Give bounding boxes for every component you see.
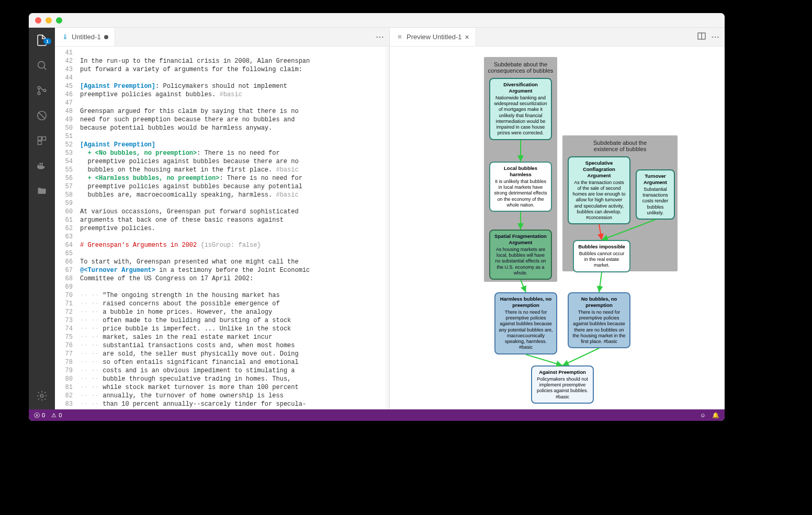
docker-icon[interactable] <box>35 158 49 173</box>
node-body: Substantial transactions costs render bu… <box>640 187 671 216</box>
svg-line-24 <box>562 348 599 365</box>
svg-rect-11 <box>41 165 43 166</box>
node-body: Nationwide banking and widespread securi… <box>493 95 548 136</box>
svg-point-4 <box>43 89 46 92</box>
node-title: Spatial Fragmentation Argument <box>493 233 548 246</box>
node-title: Speculative Conflagration Argument <box>572 160 626 179</box>
close-tab-icon[interactable]: × <box>465 33 469 41</box>
svg-point-2 <box>38 86 40 89</box>
svg-point-14 <box>40 394 43 397</box>
folder-icon[interactable] <box>35 184 49 198</box>
source-control-icon[interactable] <box>35 83 49 98</box>
dirty-indicator-icon <box>104 35 108 39</box>
diagram-node[interactable]: Bubbles impossibleBubbles cannot occur i… <box>573 240 630 272</box>
diagram-node[interactable]: Diversification ArgumentNationwide banki… <box>489 78 552 140</box>
svg-rect-13 <box>41 163 43 165</box>
tab-preview[interactable]: ≡ Preview Untitled-1 × <box>390 28 476 46</box>
svg-line-22 <box>599 272 602 292</box>
diagram-node[interactable]: Harmless bubbles, no preemptionThere is … <box>494 292 557 354</box>
svg-line-23 <box>526 354 562 365</box>
node-body: There is no need for preemptive policies… <box>499 310 553 351</box>
warning-icon: ⚠ <box>51 412 57 419</box>
warning-count: 0 <box>59 412 62 418</box>
node-title: Diversification Argument <box>493 82 548 94</box>
more-actions-icon[interactable]: ⋯ <box>376 32 384 42</box>
diagram-node[interactable]: Speculative Conflagration ArgumentAs the… <box>568 156 630 224</box>
code-content[interactable]: In the run-up to the financial crisis in… <box>78 47 389 409</box>
code-editor[interactable]: 4142434445464748495051525354555657585960… <box>55 47 389 409</box>
editor-group-left: ⇓ Untitled-1 ⋯ 4142434445464748495051525… <box>55 28 390 409</box>
tab-label: Preview Untitled-1 <box>407 33 462 41</box>
preview-pane[interactable]: Subdebate about the consequences of bubb… <box>390 47 725 409</box>
node-title: Turnover Argument <box>640 173 671 186</box>
tabs-right: ≡ Preview Untitled-1 × ⋯ <box>390 28 725 47</box>
node-body: Policymakers should not implement preemp… <box>535 376 590 400</box>
node-title: Against Preemption <box>535 369 590 375</box>
search-icon[interactable] <box>35 58 49 73</box>
node-body: It is unlikely that bubbles in local mar… <box>493 179 548 208</box>
node-title: No bubbles, no preemption <box>572 296 626 308</box>
diagram-node[interactable]: Against PreemptionPolicymakers should no… <box>531 365 594 404</box>
argdown-file-icon: ⇓ <box>61 33 69 41</box>
line-number-gutter: 4142434445464748495051525354555657585960… <box>55 47 78 409</box>
node-body: As housing markets are local, bubbles wi… <box>493 247 548 276</box>
window-zoom-button[interactable] <box>56 17 62 24</box>
group-title: Subdebate about the existence of bubbles <box>566 140 674 152</box>
svg-point-0 <box>38 62 45 68</box>
window-minimize-button[interactable] <box>46 17 52 24</box>
node-body: There is no need for preemptive policies… <box>572 310 626 345</box>
preview-file-icon: ≡ <box>396 33 403 41</box>
settings-gear-icon[interactable] <box>35 388 49 403</box>
group-title: Subdebate about the consequences of bubb… <box>487 61 554 74</box>
body-area: 1 ⇓ Untitled-1 ⋯ <box>29 28 725 409</box>
status-warnings[interactable]: ⚠ 0 <box>51 412 62 419</box>
svg-rect-7 <box>42 137 46 141</box>
titlebar[interactable] <box>29 13 725 28</box>
diagram-node[interactable]: Turnover ArgumentSubstantial transaction… <box>636 169 675 220</box>
argument-diagram: Subdebate about the consequences of bubb… <box>437 57 678 409</box>
diagram-node[interactable]: Spatial Fragmentation ArgumentAs housing… <box>489 230 552 280</box>
editor-group-right: ≡ Preview Untitled-1 × ⋯ Subdebate about… <box>390 28 725 409</box>
node-title: Bubbles impossible <box>577 244 626 250</box>
tab-actions-left: ⋯ <box>376 28 389 46</box>
svg-rect-6 <box>38 137 42 141</box>
explorer-badge: 1 <box>43 38 51 44</box>
status-bell-icon[interactable]: 🔔 <box>712 412 719 419</box>
svg-rect-9 <box>38 165 39 166</box>
error-icon: ⓧ <box>34 411 40 419</box>
node-body: Bubbles cannot occur in the real estate … <box>577 251 626 269</box>
node-title: Local bubbles harmless <box>493 165 548 178</box>
activity-bar: 1 <box>29 28 55 409</box>
tab-label: Untitled-1 <box>72 33 101 41</box>
svg-rect-8 <box>38 141 42 145</box>
svg-line-1 <box>44 67 46 70</box>
tabs-left: ⇓ Untitled-1 ⋯ <box>55 28 389 47</box>
tab-untitled-1[interactable]: ⇓ Untitled-1 <box>55 28 115 46</box>
editor-area: ⇓ Untitled-1 ⋯ 4142434445464748495051525… <box>55 28 725 409</box>
debug-icon[interactable] <box>35 108 49 123</box>
scroll-shadow <box>384 47 389 409</box>
status-errors[interactable]: ⓧ 0 <box>34 411 45 419</box>
status-bar: ⓧ 0 ⚠ 0 ☺ 🔔 <box>29 409 725 421</box>
status-feedback-icon[interactable]: ☺ <box>700 412 706 419</box>
window-close-button[interactable] <box>35 17 41 24</box>
diagram-node[interactable]: Local bubbles harmlessIt is unlikely tha… <box>489 162 552 212</box>
node-body: As the transaction costs of the sale of … <box>572 180 626 221</box>
extensions-icon[interactable] <box>35 133 49 148</box>
error-count: 0 <box>42 412 45 418</box>
node-title: Harmless bubbles, no preemption <box>499 296 553 308</box>
svg-point-3 <box>38 92 40 95</box>
svg-rect-12 <box>39 163 41 165</box>
more-actions-icon[interactable]: ⋯ <box>711 32 719 42</box>
svg-rect-10 <box>39 165 41 166</box>
tab-actions-right: ⋯ <box>697 28 725 46</box>
split-editor-icon[interactable] <box>697 32 706 42</box>
diagram-node[interactable]: No bubbles, no preemptionThere is no nee… <box>568 292 630 348</box>
app-window: 1 ⇓ Untitled-1 ⋯ <box>29 13 725 421</box>
